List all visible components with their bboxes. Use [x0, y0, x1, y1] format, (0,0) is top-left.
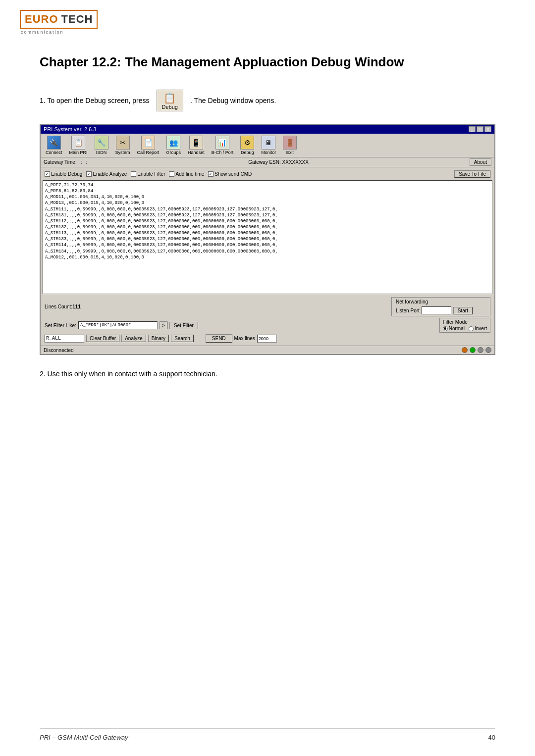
connect-icon: 🔌 — [47, 136, 61, 150]
toolbar-bch[interactable]: 📊 B-Ch / Port — [209, 135, 237, 156]
toolbar-exit[interactable]: 🚪 Exit — [280, 135, 300, 156]
titlebar-buttons: _ □ X — [469, 126, 491, 132]
enable-analyze-checkbox[interactable]: Enable Analyze — [86, 171, 127, 177]
app-window: PRI System ver. 2.6.3 _ □ X 🔌 Connect 📋 … — [40, 124, 495, 355]
invert-radio[interactable]: Invert — [469, 326, 487, 331]
debug-line: A_SIM112,,,,0,59999,,0,000,000,0,0000592… — [45, 218, 490, 224]
lines-count-row: Lines Count: 111 Net forwarding Listen P… — [45, 297, 490, 316]
toolbar-monitor[interactable]: 🖥 Monitor — [258, 135, 279, 156]
normal-radio[interactable]: Normal — [443, 326, 465, 331]
net-forwarding-label: Net forwarding — [396, 299, 486, 304]
debug-output[interactable]: A_PRF7,71,72,73,74A_PRF8,81,82,83,84A_MO… — [43, 180, 492, 294]
debug-line: A_SIM114,,,,0,59999,,0,000,000,0,0000592… — [45, 242, 490, 248]
invert-radio-circle[interactable] — [469, 326, 474, 331]
binary-button[interactable]: Binary — [148, 335, 169, 342]
filter-mode-box: Filter Mode Normal Invert — [439, 318, 490, 333]
connect-label: Connect — [46, 150, 62, 155]
time-colon2: : — [86, 159, 87, 165]
net-forwarding-box: Net forwarding Listen Port Start — [391, 297, 490, 316]
debug-line: A_SIM111,,,,0,59999,,0,000,000,0,0000592… — [45, 206, 490, 212]
gateway-esn-value: XXXXXXXX — [282, 159, 309, 165]
status-light-1 — [462, 347, 468, 353]
footer-left: PRI – GSM Multi-Cell Gateway — [40, 734, 128, 741]
debug-line: A_PRF8,81,82,83,84 — [45, 188, 490, 194]
status-light-2 — [470, 347, 476, 353]
debug-line: A_PRF7,71,72,73,74 — [45, 182, 490, 188]
isdn-label: ISDN — [96, 150, 107, 155]
clear-buffer-button[interactable]: Clear Buffer — [86, 335, 119, 342]
set-filter-like-label: Set Filter Like: — [45, 323, 76, 328]
close-button[interactable]: X — [484, 126, 491, 132]
listen-port-row: Listen Port Start — [396, 306, 486, 314]
start-button[interactable]: Start — [453, 307, 473, 314]
debug-line: A_SIM133,,,,0,59999,,0,000,000,0,0000592… — [45, 236, 490, 242]
bottom-controls: Lines Count: 111 Net forwarding Listen P… — [43, 296, 492, 344]
debug-line: A_SIM113,,,,0,59999,,0,000,000,0,0000592… — [45, 230, 490, 236]
options-bar: Enable Debug Enable Analyze Enable Filte… — [43, 169, 492, 179]
app-titlebar: PRI System ver. 2.6.3 _ □ X — [41, 125, 494, 134]
groups-icon: 👥 — [166, 136, 180, 150]
step2-text: 2. Use this only when in contact with a … — [40, 370, 495, 378]
about-button[interactable]: About — [470, 158, 491, 166]
toolbar-system[interactable]: ✂ System — [112, 135, 133, 156]
filter-arrow-button[interactable]: > — [160, 321, 167, 329]
invert-radio-label: Invert — [475, 326, 487, 331]
save-to-file-button[interactable]: Save To File — [454, 170, 490, 178]
logo-tech-text: TECH — [61, 13, 93, 26]
app-statusbar: Disconnected — [41, 346, 494, 354]
analyze-button[interactable]: Analyze — [121, 335, 146, 342]
debug-icon: 📋 — [163, 92, 176, 104]
debug-line: A_MOD12,,001,000,015,4,10,020,0,100,0 — [45, 254, 490, 260]
toolbar-connect[interactable]: 🔌 Connect — [43, 135, 65, 156]
toolbar-isdn[interactable]: 🔧 ISDN — [92, 135, 111, 156]
mainpri-label: Main PRI — [69, 150, 88, 155]
show-send-cmd-cb[interactable] — [208, 171, 214, 177]
r-all-input[interactable] — [45, 335, 84, 343]
toolbar-groups[interactable]: 👥 Groups — [163, 135, 184, 156]
enable-filter-checkbox[interactable]: Enable Filter — [131, 171, 165, 177]
toolbar-debug[interactable]: ⚙ Debug — [237, 135, 257, 156]
app-title: PRI System ver. 2.6.3 — [44, 126, 96, 132]
enable-debug-checkbox[interactable]: Enable Debug — [45, 171, 82, 177]
filter-row: Set Filter Like: > Set Filter Filter Mod… — [45, 318, 490, 333]
toolbar-handset[interactable]: 📱 Handset — [185, 135, 208, 156]
step1-pre-text: 1. To open the Debug screen, press — [40, 97, 150, 104]
handset-icon: 📱 — [189, 136, 203, 150]
send-button[interactable]: SEND — [206, 334, 232, 343]
page-footer: PRI – GSM Multi-Cell Gateway 40 — [40, 728, 495, 741]
gateway-time-label: Gateway Time: — [44, 159, 77, 165]
show-send-cmd-checkbox[interactable]: Show send CMD — [208, 171, 252, 177]
logo-area: EURO TECH communication — [20, 10, 98, 35]
page-header: EURO TECH communication — [0, 0, 535, 40]
step1-line: 1. To open the Debug screen, press 📋 Deb… — [40, 90, 495, 111]
debug-toolbar-icon: ⚙ — [240, 136, 254, 150]
toolbar-mainpri[interactable]: 📋 Main PRI — [66, 135, 91, 156]
add-line-time-checkbox[interactable]: Add line time — [169, 171, 204, 177]
monitor-label: Monitor — [261, 150, 276, 155]
toolbar-callreport[interactable]: 📄 Call Report — [134, 135, 162, 156]
status-bar: Gateway Time: : : Gateway ESN: XXXXXXXX … — [41, 157, 494, 167]
debug-line: A_SIM131,,,,0,59999,,0,000,000,0,0000592… — [45, 212, 490, 218]
lines-count-value: 111 — [72, 304, 81, 309]
search-button[interactable]: Search — [171, 335, 194, 342]
lines-count-label: Lines Count: — [45, 304, 72, 309]
status-lights — [462, 347, 491, 353]
normal-radio-circle[interactable] — [443, 326, 448, 331]
exit-label: Exit — [286, 150, 294, 155]
minimize-button[interactable]: _ — [469, 126, 476, 132]
filter-input[interactable] — [78, 321, 158, 329]
show-send-cmd-label: Show send CMD — [214, 171, 252, 177]
enable-filter-cb[interactable] — [131, 171, 136, 177]
logo-euro-text: EURO — [25, 13, 58, 26]
enable-debug-label: Enable Debug — [51, 171, 82, 177]
listen-port-input[interactable] — [422, 306, 451, 314]
enable-filter-label: Enable Filter — [137, 171, 165, 177]
maximize-button[interactable]: □ — [477, 126, 483, 132]
add-line-time-cb[interactable] — [169, 171, 174, 177]
maxlines-input[interactable] — [257, 335, 277, 343]
enable-debug-cb[interactable] — [45, 171, 50, 177]
set-filter-button[interactable]: Set Filter — [169, 322, 198, 329]
enable-analyze-cb[interactable] — [86, 171, 92, 177]
callreport-icon: 📄 — [141, 136, 155, 150]
debug-toolbar-label: Debug — [241, 150, 254, 155]
